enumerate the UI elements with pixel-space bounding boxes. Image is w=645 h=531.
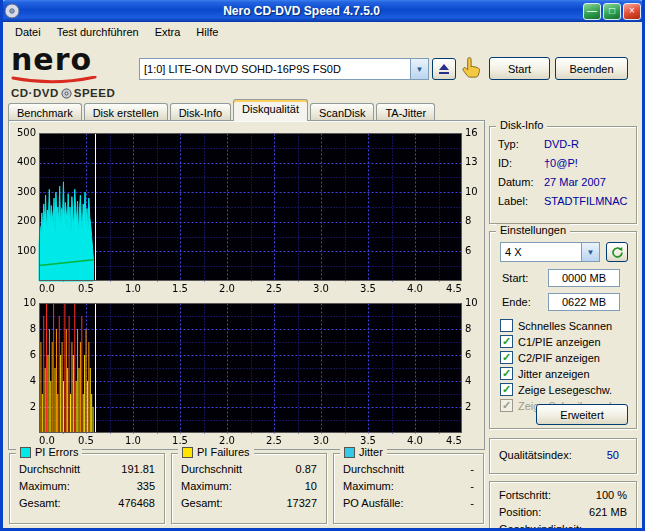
settings-legend: Einstellungen: [496, 224, 570, 236]
disk-info-row: Typ:DVD-R: [490, 135, 636, 154]
checkbox-label: Zeige Lesegeschw.: [518, 384, 612, 396]
end-field-label: Ende:: [502, 296, 531, 308]
maximize-button[interactable]: □: [603, 3, 621, 20]
checkbox-c2-pif[interactable]: ✓ C2/PIF anzeigen: [500, 350, 600, 365]
stat-row: Durchschnitt-: [334, 461, 483, 478]
disk-info-legend: Disk-Info: [496, 119, 547, 131]
stat-label: Gesamt:: [19, 496, 61, 511]
stat-row: Maximum:335: [10, 478, 164, 495]
titlebar[interactable]: Nero CD-DVD Speed 4.7.5.0 — □ ×: [0, 0, 645, 22]
pi-errors-title: PI Errors: [35, 446, 78, 458]
start-button[interactable]: Start: [489, 57, 550, 80]
start-field-label: Start:: [502, 272, 528, 284]
checkbox-label: Schnelles Scannen: [518, 320, 612, 332]
pi-failures-legend: PI Failures: [178, 446, 254, 458]
stat-label: Durchschnitt: [343, 462, 404, 477]
pi-failures-chart: [11, 297, 481, 447]
stat-row: Maximum:10: [172, 478, 326, 495]
checkbox-label: C2/PIF anzeigen: [518, 352, 600, 364]
disc-icon: [61, 88, 72, 99]
disk-info-value: 27 Mar 2007: [544, 173, 606, 192]
stat-label: Gesamt:: [181, 496, 223, 511]
disk-info-label: Datum:: [498, 173, 544, 192]
speed-select-value: 4 X: [501, 246, 581, 258]
checkbox-icon: ✓: [500, 351, 513, 364]
logo-subtitle-right: SPEED: [74, 88, 116, 100]
eject-icon: [438, 63, 450, 75]
drive-select[interactable]: [1:0] LITE-ON DVD SOHD-16P9S FS0D ▼: [139, 58, 429, 80]
checkbox-jitter[interactable]: ✓ Jitter anzeigen: [500, 366, 590, 381]
eject-button[interactable]: [432, 58, 456, 80]
progress-row: Geschwindigkeit:: [490, 521, 636, 531]
logo-subtitle-left: CD·DVD: [11, 88, 59, 100]
checkbox-icon: ✓: [500, 319, 513, 332]
checkbox-schnelles-scannen[interactable]: ✓ Schnelles Scannen: [500, 318, 612, 333]
stat-value: 0.87: [296, 462, 317, 477]
stat-label: PO Ausfälle:: [343, 496, 404, 511]
checkbox-label: C1/PIE anzeigen: [518, 336, 601, 348]
advanced-button[interactable]: Erweitert: [536, 404, 628, 425]
progress-box: Fortschritt:100 % Position:621 MB Geschw…: [489, 481, 637, 531]
checkbox-label: Jitter anzeigen: [518, 368, 590, 380]
progress-row: Fortschritt:100 %: [490, 487, 636, 504]
hand-button[interactable]: [459, 55, 486, 82]
stat-value: 476468: [118, 496, 155, 511]
stat-label: Durchschnitt: [181, 462, 242, 477]
close-button[interactable]: ×: [623, 3, 641, 20]
stat-row: PO Ausfälle:-: [334, 495, 483, 512]
disk-info-label: Label:: [498, 192, 544, 211]
tab-diskqualitaet[interactable]: Diskqualität: [233, 99, 308, 121]
minimize-icon: —: [587, 6, 597, 16]
nero-logo: nero CD·DVD SPEED: [11, 45, 136, 100]
stat-row: Maximum:-: [334, 478, 483, 495]
disk-info-label: ID:: [498, 154, 544, 173]
checkbox-icon: ✓: [500, 335, 513, 348]
checkbox-icon: ✓: [500, 383, 513, 396]
disk-info-box: Disk-Info Typ:DVD-R ID:†0@P! Datum:27 Ma…: [489, 126, 637, 224]
start-field[interactable]: 0000 MB: [548, 269, 620, 287]
stat-value: -: [470, 479, 474, 494]
speed-dropdown-button[interactable]: ▼: [581, 243, 599, 261]
pi-failures-title: PI Failures: [197, 446, 250, 458]
pi-failures-statbox: PI Failures Durchschnitt0.87 Maximum:10 …: [171, 453, 327, 524]
end-field[interactable]: 0622 MB: [548, 293, 620, 311]
speed-select[interactable]: 4 X ▼: [500, 242, 600, 262]
minimize-button[interactable]: —: [583, 3, 601, 20]
stat-label: Maximum:: [19, 479, 70, 494]
menu-item-test-durchfuehren[interactable]: Test durchführen: [49, 24, 147, 40]
maximize-icon: □: [609, 6, 615, 16]
pi-failures-swatch: [182, 447, 193, 458]
stat-value: 10: [305, 479, 317, 494]
checkbox-c1-pie[interactable]: ✓ C1/PIE anzeigen: [500, 334, 601, 349]
disk-info-row: Datum:27 Mar 2007: [490, 173, 636, 192]
menu-item-extra[interactable]: Extra: [147, 24, 189, 40]
disk-info-title: Disk-Info: [500, 119, 543, 131]
pi-errors-swatch: [20, 447, 31, 458]
disk-info-row: ID:†0@P!: [490, 154, 636, 173]
app-icon: [4, 3, 20, 19]
chevron-down-icon: ▼: [416, 65, 424, 74]
quit-button[interactable]: Beenden: [555, 57, 628, 80]
progress-label: Geschwindigkeit:: [499, 522, 582, 531]
stat-label: Durchschnitt: [19, 462, 80, 477]
pi-errors-statbox: PI Errors Durchschnitt191.81 Maximum:335…: [9, 453, 165, 524]
stat-value: -: [470, 496, 474, 511]
checkbox-lesegeschw[interactable]: ✓ Zeige Lesegeschw.: [500, 382, 612, 397]
stat-value: 191.81: [121, 462, 155, 477]
menu-item-datei[interactable]: Datei: [7, 24, 49, 40]
quality-index-value: 50: [607, 448, 627, 463]
progress-value: 100 %: [596, 488, 627, 503]
refresh-button[interactable]: [606, 242, 628, 262]
menubar: Datei Test durchführen Extra Hilfe: [3, 22, 642, 42]
pi-errors-legend: PI Errors: [16, 446, 82, 458]
diskqualitaet-panel: [8, 120, 485, 450]
refresh-icon: [611, 246, 624, 259]
stat-row: Durchschnitt191.81: [10, 461, 164, 478]
progress-row: Position:621 MB: [490, 504, 636, 521]
menu-item-hilfe[interactable]: Hilfe: [188, 24, 226, 40]
stat-value: 335: [137, 479, 155, 494]
drive-select-value: [1:0] LITE-ON DVD SOHD-16P9S FS0D: [140, 63, 410, 75]
close-icon: ×: [629, 6, 635, 16]
drive-select-dropdown-button[interactable]: ▼: [410, 59, 428, 79]
chevron-down-icon: ▼: [587, 248, 595, 257]
